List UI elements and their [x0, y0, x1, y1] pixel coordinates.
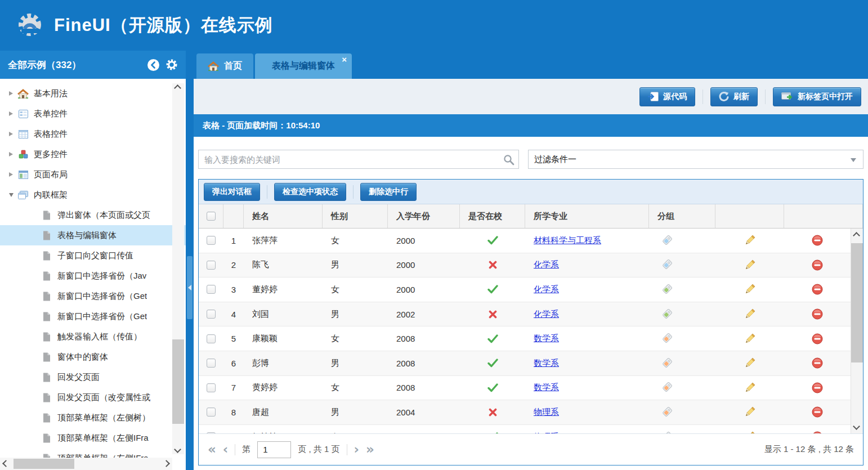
edit-icon[interactable]: [744, 406, 756, 418]
chevron-collapsed-icon[interactable]: [9, 91, 17, 96]
tree-item[interactable]: 触发器输入框（传值）: [0, 326, 186, 347]
sidebar-header: 全部示例（332）: [0, 51, 186, 79]
tree-item[interactable]: 弹出窗体（本页面或父页: [0, 205, 186, 225]
sidebar-vertical-scrollbar[interactable]: [172, 83, 184, 454]
tree-item[interactable]: 新窗口中选择省份（Get: [0, 286, 186, 306]
search-input[interactable]: [199, 150, 518, 168]
year-cell: 2000: [388, 253, 460, 277]
edit-icon[interactable]: [744, 283, 756, 296]
grid-vertical-scrollbar[interactable]: [851, 229, 863, 433]
scroll-down-icon[interactable]: [853, 423, 860, 430]
close-icon[interactable]: ×: [342, 55, 347, 64]
edit-icon[interactable]: [744, 357, 756, 369]
filter-dropdown[interactable]: 过滤条件一: [528, 150, 863, 169]
tree-item[interactable]: 新窗口中选择省份（Jav: [0, 266, 186, 286]
sidebar-splitter[interactable]: [186, 51, 194, 470]
delete-icon[interactable]: [812, 308, 823, 320]
scroll-down-icon[interactable]: [174, 446, 181, 453]
last-page-button[interactable]: »: [366, 443, 374, 456]
row-checkbox[interactable]: [207, 261, 216, 270]
major-link[interactable]: 物理系: [534, 407, 559, 418]
scrollbar-thumb[interactable]: [851, 243, 863, 362]
scroll-left-icon[interactable]: [2, 460, 10, 467]
group-cell: [649, 277, 715, 302]
major-link[interactable]: 数学系: [534, 333, 559, 344]
row-checkbox[interactable]: [207, 236, 216, 245]
edit-icon[interactable]: [744, 259, 756, 271]
chevron-collapsed-icon[interactable]: [9, 152, 17, 156]
table-row: 1张萍萍女2000材料科学与工程系: [199, 229, 851, 253]
tree-item[interactable]: 回发父页面（改变属性或: [0, 387, 186, 408]
collapse-circle-icon[interactable]: [147, 59, 160, 71]
delete-icon[interactable]: [812, 235, 823, 246]
tab-active[interactable]: 表格与编辑窗体×: [255, 53, 352, 79]
tab-home[interactable]: 首页: [196, 53, 253, 79]
first-page-button[interactable]: «: [208, 443, 216, 456]
edit-icon[interactable]: [744, 234, 756, 247]
scroll-up-icon[interactable]: [853, 232, 860, 239]
row-checkbox[interactable]: [207, 334, 216, 343]
row-checkbox[interactable]: [207, 359, 216, 368]
scrollbar-thumb[interactable]: [14, 459, 74, 469]
gear-icon[interactable]: [165, 59, 178, 71]
tree-item[interactable]: 表格控件: [0, 124, 186, 144]
next-page-button[interactable]: ›: [354, 443, 359, 456]
major-link[interactable]: 材料科学与工程系: [534, 235, 601, 246]
scroll-up-icon[interactable]: [174, 84, 181, 92]
home-icon: [17, 89, 29, 99]
tree-item[interactable]: 回发父页面: [0, 367, 186, 387]
sidebar-horizontal-scrollbar[interactable]: [0, 458, 172, 470]
chevron-collapsed-icon[interactable]: [9, 111, 17, 116]
delete-icon[interactable]: [812, 406, 823, 418]
prev-page-button[interactable]: ‹: [223, 443, 228, 456]
scrollbar-thumb[interactable]: [172, 339, 184, 424]
tree-item[interactable]: 顶部菜单框架（左侧树）: [0, 408, 186, 428]
edit-icon[interactable]: [744, 333, 756, 345]
grid-action-button[interactable]: 弹出对话框: [204, 183, 260, 201]
edit-icon[interactable]: [744, 308, 756, 320]
scroll-right-icon[interactable]: [163, 460, 170, 467]
row-checkbox[interactable]: [207, 285, 216, 294]
delete-icon[interactable]: [812, 357, 823, 369]
sidebar: 全部示例（332） 基本用法表单控件表格控件更多控件页面布局内联框架弹出窗体（本…: [0, 51, 186, 470]
source-button[interactable]: 源代码: [639, 87, 695, 106]
row-checkbox[interactable]: [207, 408, 216, 417]
select-all-checkbox[interactable]: [207, 212, 216, 221]
chevron-collapsed-icon[interactable]: [9, 132, 17, 136]
tree-item[interactable]: 基本用法: [0, 83, 186, 104]
major-link[interactable]: 化学系: [534, 309, 559, 320]
page-number-input[interactable]: [257, 441, 291, 458]
delete-icon[interactable]: [812, 259, 823, 271]
major-link[interactable]: 化学系: [534, 259, 559, 270]
tree-item[interactable]: 窗体中的窗体: [0, 347, 186, 367]
row-number-cell: 1: [223, 229, 244, 253]
tree-item-label: 新窗口中选择省份（Jav: [57, 271, 146, 281]
filter-dropdown-value: 过滤条件一: [534, 154, 576, 165]
tree-item[interactable]: 页面布局: [0, 164, 186, 185]
chevron-expanded-icon[interactable]: [9, 193, 17, 197]
tree-item[interactable]: 新窗口中选择省份（Get: [0, 306, 186, 326]
delete-icon[interactable]: [812, 284, 823, 295]
newtab-button[interactable]: 新标签页中打开: [773, 87, 861, 106]
delete-icon[interactable]: [812, 333, 823, 344]
splitter-collapse-handle[interactable]: [187, 256, 193, 319]
row-checkbox[interactable]: [207, 310, 216, 319]
tree-item[interactable]: 顶部菜单框架（左侧IFra: [0, 428, 186, 448]
tree-item[interactable]: 子窗口向父窗口传值: [0, 245, 186, 266]
tree-item[interactable]: 内联框架: [0, 185, 186, 205]
row-checkbox[interactable]: [207, 383, 216, 392]
major-link[interactable]: 数学系: [534, 382, 559, 393]
tree-item[interactable]: 表单控件: [0, 104, 186, 124]
major-link[interactable]: 化学系: [534, 284, 559, 295]
edit-icon[interactable]: [744, 382, 756, 394]
refresh-button[interactable]: 刷新: [710, 87, 758, 106]
grid-action-button[interactable]: 删除选中行: [360, 183, 417, 201]
delete-icon[interactable]: [812, 382, 823, 393]
chevron-collapsed-icon[interactable]: [9, 172, 17, 177]
tree-item-selected[interactable]: 表格与编辑窗体: [0, 225, 186, 245]
search-icon[interactable]: [503, 154, 514, 168]
gender-cell: 女: [323, 326, 388, 351]
grid-action-button[interactable]: 检查选中项状态: [274, 183, 346, 201]
tree-item[interactable]: 更多控件: [0, 144, 186, 164]
major-link[interactable]: 数学系: [534, 358, 559, 369]
